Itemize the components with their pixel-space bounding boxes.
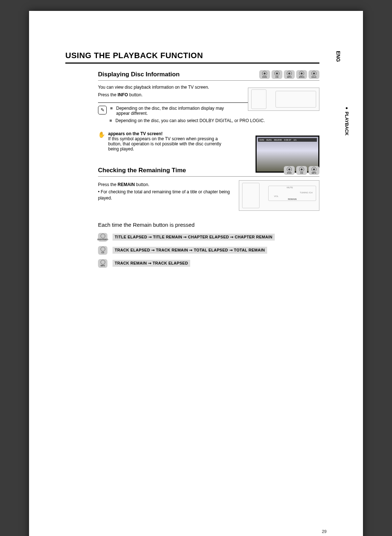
pencil-note-icon: ✎ [98,106,107,114]
press-remain: Press the REMAIN button. [98,182,232,188]
disc-badge-cd: ◉CD [296,166,307,175]
disc-badge-jpeg: ◉JPEG [296,70,307,79]
tv-note-body: If this symbol appears on the TV screen … [108,136,221,152]
heading-disc-info: Displaying Disc Information [98,71,180,78]
note-2-text: Depending on the disc, you can also sele… [115,118,265,123]
vol-label: VOL [274,195,278,197]
note-1-text: Depending on the disc, the disc informat… [116,106,225,116]
disc-badge-dvd: ◉DVD [284,166,295,175]
sequence-cd-text: TRACK ELAPSED ➞ TRACK REMAIN ➞ TOTAL ELA… [113,247,267,254]
section-disc-info: Displaying Disc Information ◉DVD ◉CD ◉MP… [65,70,319,152]
sequence-cd: CD TRACK ELAPSED ➞ TRACK REMAIN ➞ TOTAL … [98,246,319,255]
section-remaining-time: Checking the Remaining Time ◉DVD ◉CD ◉MP… [65,166,319,268]
disc-badge-mp3: ◉MP3 [284,70,295,79]
disc-badge-divx: ◉DivX [309,70,319,79]
disc-badges: ◉DVD ◉CD ◉MP3 ◉JPEG ◉DivX [259,70,319,79]
disc-badges-2: ◉DVD ◉CD ◉MP3 [284,166,319,175]
tv-osd-bar: DVD 01/01 001/040 0:00:37 1/1 [258,138,317,142]
section-tab: ● PLAYBACK [344,105,349,136]
sequence-mp3-text: TRACK REMAIN ➞ TRACK ELAPSED [113,260,190,267]
disc-badge-dvd: ◉DVD [259,70,270,79]
sequence-dvd-text: TITLE ELAPSED ➞ TITLE REMAIN ➞ CHAPTER E… [113,234,275,241]
heading-each-press: Each time the Remain button is pressed [98,222,319,228]
sequence-dvd: DVD/VIDEO TITLE ELAPSED ➞ TITLE REMAIN ➞… [98,233,319,242]
seq-badge-cd: CD [98,246,107,255]
remain-label: REMAIN [288,198,297,200]
heading-remaining: Checking the Remaining Time [98,167,186,174]
remain-bullet: • For checking the total and remaining t… [98,189,232,201]
seq-badge-dvd: DVD/VIDEO [98,233,107,242]
page-number: 29 [322,529,327,534]
page-content: USING THE PLAYBACK FUNCTION Displaying D… [29,51,363,268]
mute-label: MUTE [287,186,293,189]
language-tab: ENG [335,51,341,62]
remote-enter-illustration [248,88,319,111]
disc-badge-cd: ◉CD [271,70,282,79]
bullet-icon [110,107,113,109]
manual-page: ENG ● PLAYBACK USING THE PLAYBACK FUNCTI… [29,11,363,536]
note-2: Depending on the disc, you can also sele… [98,118,319,123]
sequence-mp3: MP3 TRACK REMAIN ➞ TRACK ELAPSED [98,259,319,268]
hand-icon: ✋ [98,131,105,138]
page-title: USING THE PLAYBACK FUNCTION [65,51,319,64]
disc-badge-mp3: ◉MP3 [309,166,319,175]
remote-remain-illustration: REMAIN MUTE VOL TUNING /CH [239,180,319,211]
tv-note-title: appears on the TV screen! [108,131,221,136]
tuning-label: TUNING /CH [300,192,313,194]
bullet-icon [110,120,112,122]
seq-badge-mp3: MP3 [98,259,107,268]
tv-screen-note: ✋ appears on the TV screen! If this symb… [98,131,221,152]
